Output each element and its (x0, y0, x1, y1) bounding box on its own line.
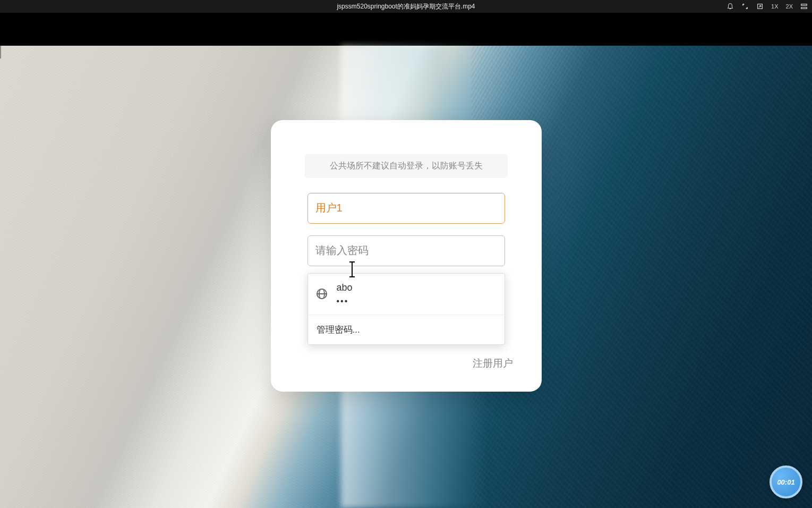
register-user-link[interactable]: 注册用户 (288, 357, 525, 370)
popout-icon[interactable] (756, 3, 764, 10)
speed-2x-button[interactable]: 2X (786, 3, 793, 10)
shrink-icon[interactable] (741, 3, 749, 10)
globe-icon (317, 289, 327, 299)
manage-passwords-button[interactable]: 管理密码... (308, 315, 505, 344)
speed-1x-button[interactable]: 1X (771, 3, 778, 10)
saved-username: abo (337, 282, 353, 293)
bell-icon[interactable] (726, 3, 734, 10)
titlebar-controls: 1X 2X (726, 3, 808, 10)
video-letterbox-top (0, 13, 812, 46)
login-card: 公共场所不建议自动登录，以防账号丢失 abo ••• 管理密码... 注册用户 (271, 120, 542, 392)
login-hint-banner: 公共场所不建议自动登录，以防账号丢失 (305, 154, 508, 178)
credential-text: abo ••• (337, 282, 353, 306)
username-input[interactable] (307, 193, 505, 224)
recording-timer-badge: 00:01 (770, 465, 802, 498)
timer-display: 00:01 (777, 478, 794, 486)
saved-password-masked: ••• (337, 297, 353, 306)
menu-icon[interactable] (800, 3, 808, 10)
edge-marker (0, 46, 1, 58)
video-filename: jspssm520springboot的准妈妈孕期交流平台.mp4 (337, 2, 475, 11)
password-autocomplete-dropdown: abo ••• 管理密码... (307, 273, 505, 345)
password-input[interactable] (307, 235, 505, 266)
svg-rect-1 (801, 4, 807, 6)
autocomplete-saved-credential[interactable]: abo ••• (308, 274, 505, 315)
window-titlebar: jspssm520springboot的准妈妈孕期交流平台.mp4 1X 2X (0, 0, 812, 13)
svg-rect-2 (801, 7, 807, 9)
video-content-frame: 公共场所不建议自动登录，以防账号丢失 abo ••• 管理密码... 注册用户 … (0, 46, 812, 508)
